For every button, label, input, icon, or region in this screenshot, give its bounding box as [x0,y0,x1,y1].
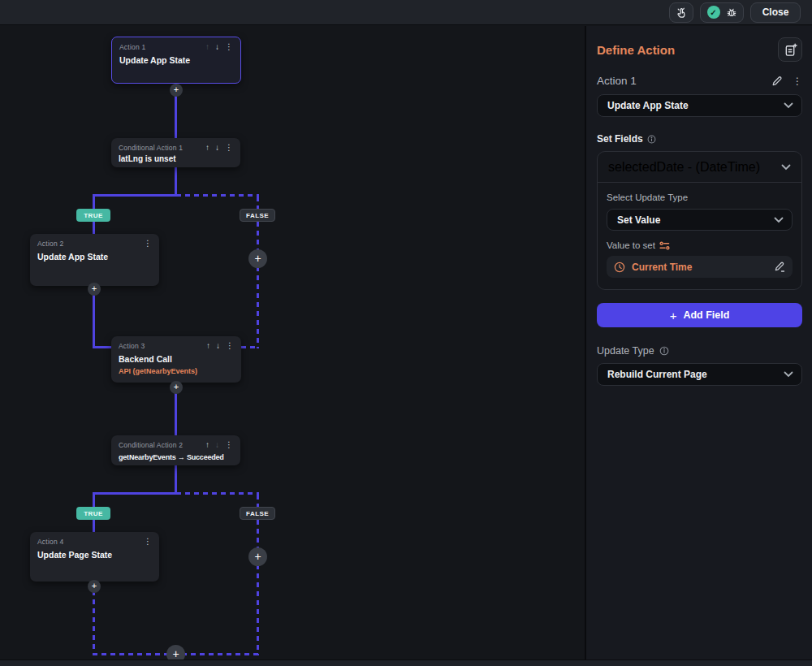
node-title: Update App State [119,55,233,65]
node-label: Action 1 [119,43,145,51]
set-fields-card: selectedDate - (DateTime) Select Update … [597,151,802,290]
false-branch-badge: FALSE [240,209,275,222]
update-type-dropdown[interactable]: Rebuild Current Page [597,363,802,386]
status-debug-group[interactable]: ✓ [700,2,744,23]
connector [93,346,111,348]
rename-action-icon[interactable] [771,76,783,87]
node-title: Update App State [37,252,152,262]
plus-icon: + [670,309,677,322]
false-branch-badge: FALSE [240,507,275,520]
bottom-edge [0,660,812,666]
flow-node-action-1[interactable]: Action 1 ↑ ↓ ⋮ Update App State [111,37,241,84]
flow-node-action-3[interactable]: Action 3 ↑ ↓ ⋮ Backend Call API (getNear… [111,336,241,383]
flow-node-action-2[interactable]: Action 2 ⋮ Update App State [30,234,159,286]
connector-false-branch [257,520,259,655]
set-fields-label: Set Fields [597,133,643,145]
node-menu-icon[interactable]: ⋮ [144,240,152,248]
node-title: latLng is unset [119,154,233,163]
connector-true-branch [93,222,95,234]
true-branch-badge: TRUE [76,209,110,222]
node-title: Update Page State [37,550,152,560]
update-type-value: Rebuild Current Page [607,369,707,380]
add-field-label: Add Field [683,309,729,321]
flow-node-action-4[interactable]: Action 4 ⋮ Update Page State [30,532,159,582]
action-number-label: Action 1 [597,75,771,87]
panel-title: Define Action [597,43,675,57]
connector [175,465,177,493]
connector [93,492,176,495]
connector [176,492,259,495]
chevron-down-icon [784,102,793,109]
move-up-icon[interactable]: ↑ [206,342,210,350]
value-to-set-value: Current Time [632,262,767,273]
select-update-type-value: Set Value [617,214,660,226]
move-down-icon[interactable]: ↓ [215,43,219,51]
connector-true-branch [93,520,95,532]
add-action-button[interactable]: + [88,580,101,593]
move-down-icon: ↓ [215,441,219,449]
chevron-down-icon [774,217,784,223]
add-action-button[interactable]: + [88,283,101,296]
connector [93,495,95,507]
move-up-icon[interactable]: ↑ [205,441,209,449]
info-icon [647,135,656,144]
update-type-label: Update Type [597,345,654,357]
edit-value-icon[interactable] [774,262,785,273]
action-menu-icon[interactable]: ⋮ [793,76,802,87]
node-label: Action 4 [37,538,63,546]
clock-icon [614,262,625,273]
add-field-button[interactable]: + Add Field [597,303,802,327]
close-button[interactable]: Close [750,2,801,23]
connector [241,346,259,348]
node-menu-icon[interactable]: ⋮ [144,538,152,546]
no-errors-check-icon: ✓ [707,6,720,19]
add-action-button[interactable]: + [170,84,183,97]
connector [175,167,177,195]
node-menu-icon[interactable]: ⋮ [225,441,233,449]
field-selector-value: selectedDate - (DateTime) [608,160,760,175]
field-selector-dropdown[interactable]: selectedDate - (DateTime) [598,152,801,183]
value-to-set-field[interactable]: Current Time [607,256,793,278]
node-label: Conditional Action 2 [119,441,183,449]
node-label: Action 3 [119,342,145,350]
connector [93,197,95,210]
variable-settings-icon [659,241,670,250]
chevron-down-icon [784,371,793,378]
gesture-icon [676,6,688,19]
select-update-type-dropdown[interactable]: Set Value [607,209,793,231]
connector [176,194,259,197]
add-action-button[interactable]: + [248,547,267,566]
connector [257,197,259,210]
connector [257,495,259,507]
node-menu-icon[interactable]: ⋮ [225,43,233,51]
true-branch-badge: TRUE [76,507,110,520]
node-menu-icon[interactable]: ⋮ [225,144,233,152]
node-label: Action 2 [37,240,63,248]
copy-actions-button[interactable] [778,37,802,62]
copy-plus-icon [784,43,797,57]
add-action-button[interactable]: + [248,249,267,268]
move-down-icon[interactable]: ↓ [216,342,220,350]
add-action-button[interactable]: + [170,381,183,394]
connector [93,194,176,197]
info-icon [659,346,669,356]
chevron-down-icon [781,164,791,171]
move-down-icon[interactable]: ↓ [215,144,219,152]
node-title: getNearbyEvents → Succeeded [119,453,233,461]
action-type-dropdown[interactable]: Update App State [597,94,802,117]
flow-node-conditional-1[interactable]: Conditional Action 1 ↑ ↓ ⋮ latLng is uns… [111,138,240,167]
move-up-icon: ↑ [205,43,209,51]
top-bar: ✓ Close [0,0,812,25]
node-subtitle: API (getNearbyEvents) [119,367,234,375]
bug-icon[interactable] [726,6,737,18]
gesture-trigger-button[interactable] [669,2,693,23]
value-to-set-label: Value to set [607,240,655,250]
node-menu-icon[interactable]: ⋮ [226,342,234,350]
node-label: Conditional Action 1 [119,144,183,152]
action-flow-canvas[interactable]: Action 1 ↑ ↓ ⋮ Update App State + Condit… [0,26,585,660]
select-update-type-label: Select Update Type [607,192,793,202]
move-up-icon[interactable]: ↑ [205,144,209,152]
node-title: Backend Call [119,354,234,364]
close-button-label: Close [762,6,789,18]
flow-node-conditional-2[interactable]: Conditional Action 2 ↑ ↓ ⋮ getNearbyEven… [111,435,240,465]
